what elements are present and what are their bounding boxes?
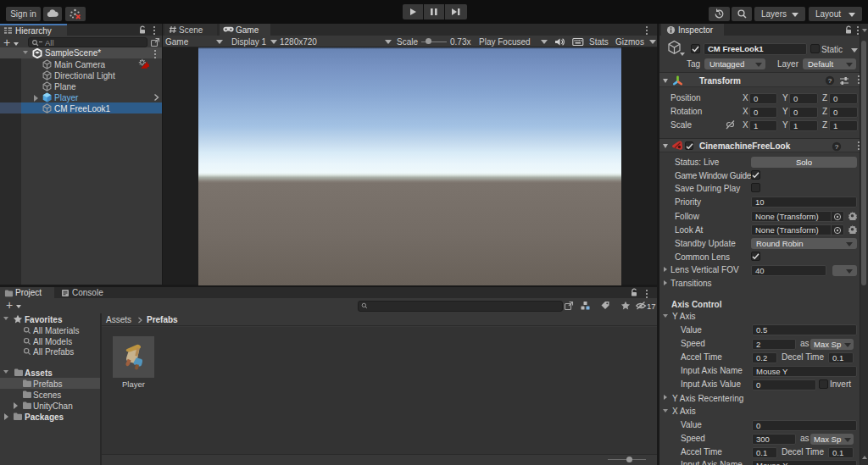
svg-text:?: ?	[828, 77, 832, 85]
svg-text:?: ?	[835, 142, 839, 150]
